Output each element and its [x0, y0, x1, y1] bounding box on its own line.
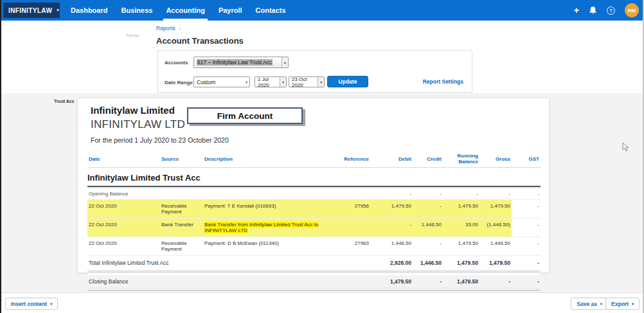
cell-source: Receivable Payment [160, 200, 203, 219]
cell-gross: (1,446.50) [479, 219, 512, 237]
save-as-button[interactable]: Save as ▾ [571, 298, 608, 310]
col-header-credit[interactable]: Credit [413, 151, 443, 168]
cell-gst: - [512, 275, 541, 289]
mouse-cursor [622, 142, 630, 152]
opening-balance-row: Opening Balance - - - - - [87, 188, 541, 200]
page-title: Account Transactions [156, 36, 244, 46]
date-range-selected-value: Custom [197, 79, 215, 85]
col-header-source[interactable]: Source [160, 151, 203, 168]
avatar[interactable]: RM [625, 3, 639, 17]
chevron-down-icon: ▾ [632, 301, 634, 306]
cell-running-balance: - [443, 188, 479, 200]
accounts-selected-value: 617 – Infinitylaw Law Trust Acc [197, 59, 273, 66]
section-total-row: Total Infinitylaw Limited Trust Acc 2,92… [87, 256, 541, 271]
cell-date: 22 Oct 2020 [87, 237, 160, 256]
cell-credit: 1,446.50 [413, 256, 443, 271]
chevron-down-icon: ▾ [280, 77, 286, 87]
cell-date: 22 Oct 2020 [87, 200, 160, 219]
help-icon[interactable]: ? [607, 6, 615, 15]
report-settings-link[interactable]: Report Settings [423, 78, 463, 85]
chevron-right-icon: › [179, 26, 181, 31]
main-menu: Dashboard Business Accounting Payroll Co… [66, 0, 294, 21]
screen-edge-left [0, 0, 1, 313]
nav-item-contacts[interactable]: Contacts [251, 0, 291, 21]
cell-running-balance: 1,479.50 [443, 275, 479, 289]
cell-gst: - [512, 200, 541, 219]
brand-name: INFINITYLAW [8, 7, 52, 14]
insert-content-button[interactable]: Insert content ▾ [5, 298, 58, 310]
cell-reference [328, 219, 370, 237]
cell-debit: 1,446.50 [370, 237, 413, 256]
cell-gst: - [512, 188, 541, 200]
cell-running-balance: 33.00 [443, 219, 479, 237]
table-row[interactable]: 22 Oct 2020 Receivable Payment Payment: … [87, 200, 541, 219]
col-header-gst[interactable]: GST [512, 151, 541, 168]
cell-source: Bank Transfer [160, 219, 203, 237]
report-company-code: INFINITYLAW LTD [91, 118, 185, 131]
closing-balance-label: Closing Balance [87, 275, 370, 289]
cell-running-balance: 1,479.50 [443, 200, 479, 219]
nav-item-payroll[interactable]: Payroll [213, 0, 247, 21]
date-from-input[interactable]: 1 Jul 2020 ▾ [255, 76, 287, 87]
nav-right-icons: + ? RM [574, 0, 639, 21]
watermark-top: Trust Acc [126, 33, 139, 37]
update-button[interactable]: Update [327, 76, 368, 87]
date-range-select[interactable]: Custom ▾ [193, 76, 250, 87]
cell-running-balance: 1,479.50 [443, 256, 479, 271]
cell-reference: 27963 [328, 237, 370, 256]
cell-gross: - [479, 188, 512, 200]
cell-debit: 1,479.50 [370, 275, 413, 289]
bell-icon[interactable] [589, 6, 597, 15]
export-button[interactable]: Export ▾ [605, 298, 640, 310]
cell-gst: - [512, 237, 541, 256]
nav-item-business[interactable]: Business [116, 0, 157, 21]
chevron-down-icon: ▾ [318, 77, 324, 87]
chevron-down-icon: ▾ [50, 301, 52, 306]
cell-credit: - [413, 237, 443, 256]
col-header-running-balance[interactable]: Running Balance [443, 151, 479, 168]
cell-debit: - [370, 219, 413, 237]
cell-gross: - [479, 275, 512, 289]
date-to-input[interactable]: 23 Oct 2020 ▾ [289, 76, 325, 87]
cell-gst: - [512, 219, 541, 237]
cell-description: Payment: D B McEwan (011340) [203, 237, 328, 256]
cell-debit: 2,926.00 [370, 256, 413, 271]
watermark-side: Trust Acc [54, 99, 75, 103]
cell-running-balance: 1,479.50 [443, 237, 479, 256]
report-company-name: Infinitylaw Limited [91, 105, 175, 116]
cell-gross: 1,479.50 [479, 256, 512, 271]
nav-item-dashboard[interactable]: Dashboard [66, 0, 112, 21]
col-header-description[interactable]: Description [203, 151, 328, 168]
report-card: Infinitylaw Limited Firm Account INFINIT… [77, 98, 550, 273]
nav-item-accounting[interactable]: Accounting [161, 0, 210, 21]
chevron-down-icon: ▾ [282, 57, 288, 67]
cell-debit: 1,479.50 [370, 200, 413, 219]
cell-credit: 1,446.50 [413, 219, 443, 237]
table-row[interactable]: 22 Oct 2020 Receivable Payment Payment: … [87, 237, 541, 256]
transactions-table: Date Source Description Reference Debit … [87, 151, 541, 307]
opening-balance-label: Opening Balance [87, 188, 370, 200]
report-period: For the period 1 July 2020 to 23 October… [91, 136, 229, 144]
col-header-gross[interactable]: Gross [479, 151, 512, 168]
date-from-value: 1 Jul 2020 [258, 76, 280, 88]
cell-description: Payment: T E Kendall (010693) [203, 200, 328, 219]
col-header-reference[interactable]: Reference [328, 151, 370, 168]
firm-account-stamp: Firm Account [187, 107, 303, 124]
breadcrumb: Reports › [156, 25, 181, 31]
chevron-down-icon: ▾ [244, 77, 249, 87]
accounts-select[interactable]: 617 – Infinitylaw Law Trust Acc ▾ [193, 57, 289, 68]
chevron-down-icon: ▾ [57, 8, 59, 13]
table-row[interactable]: 22 Oct 2020 Bank Transfer Bank Transfer … [87, 219, 541, 237]
col-header-date[interactable]: Date [87, 151, 160, 168]
col-header-debit[interactable]: Debit [370, 151, 413, 168]
cell-description: Bank Transfer from Infinitylaw Limited T… [203, 219, 328, 237]
breadcrumb-reports-link[interactable]: Reports [156, 25, 175, 31]
section-title-row: Infinitylaw Limited Trust Acc [87, 168, 541, 187]
cell-reference: 27956 [328, 200, 370, 219]
plus-icon[interactable]: + [574, 6, 579, 15]
section-title: Infinitylaw Limited Trust Acc [87, 168, 541, 187]
cell-credit: - [413, 188, 443, 200]
org-switcher[interactable]: INFINITYLAW ▾ [3, 3, 60, 18]
report-filter-panel: Accounts 617 – Infinitylaw Law Trust Acc… [157, 50, 472, 93]
closing-balance-row: Closing Balance 1,479.50 - 1,479.50 - - [87, 275, 541, 289]
